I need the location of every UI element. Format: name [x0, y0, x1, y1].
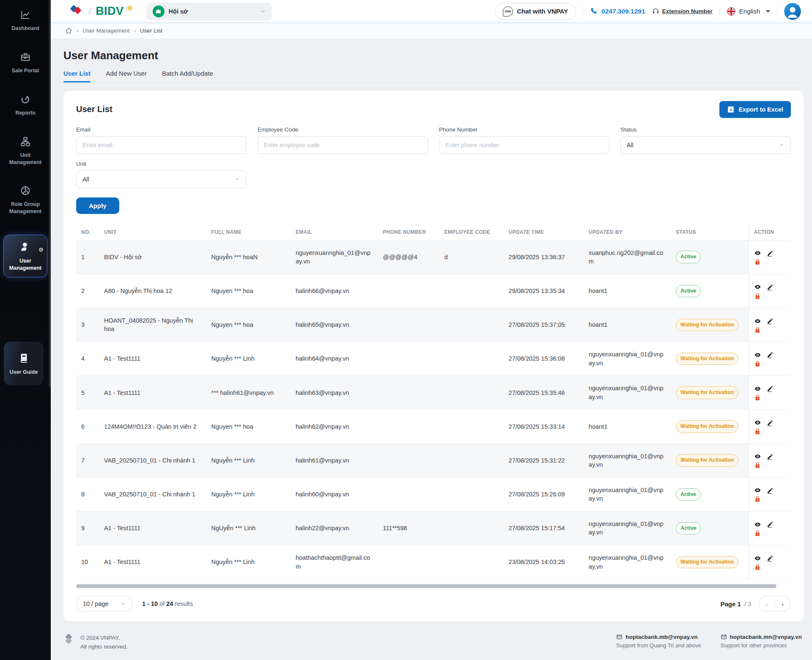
brand-logos: / BIDV ❋ [69, 4, 133, 19]
sidebar-item-sale-portal[interactable]: Sale Portal [3, 52, 47, 74]
page-nav: ‹ › [759, 596, 791, 612]
pagination-bar: 10 / page 1 - 10 of 24 results Page 1 / … [76, 596, 791, 612]
support-email[interactable]: hoptacbank.mb@vnpay.vn [625, 634, 697, 640]
organization-selector[interactable]: Hội sở [147, 3, 272, 20]
edit-button[interactable] [767, 419, 774, 426]
cell-phone-number [378, 342, 439, 376]
table-horizontal-scrollbar[interactable] [76, 584, 776, 588]
cell-updated-by: hoant1 [584, 274, 671, 308]
svg-text:X: X [730, 107, 732, 112]
view-button[interactable] [754, 249, 761, 257]
lock-button[interactable] [754, 258, 761, 265]
view-button[interactable] [754, 351, 761, 359]
results-range: 1 - 10 [142, 600, 158, 607]
cell-status: Active [671, 477, 749, 511]
cell-no: 3 [76, 308, 99, 342]
eye-icon [754, 385, 761, 392]
lock-button[interactable] [754, 326, 761, 333]
sidebar-item-user-management[interactable]: ⚙ User Management [3, 235, 47, 277]
hotline-phone[interactable]: 0247.309.1291 [590, 7, 645, 15]
sidebar-item-unit-management[interactable]: Unit Management [3, 136, 47, 166]
lock-icon [754, 462, 761, 468]
cell-employee-code [439, 342, 503, 376]
cell-update-time: 27/08/2025 15:35:46 [504, 376, 584, 410]
edit-button[interactable] [767, 487, 774, 494]
sidebar-item-dashboard[interactable]: Dashboard [3, 9, 47, 32]
edit-button[interactable] [767, 453, 774, 460]
view-button[interactable] [754, 385, 761, 392]
apply-button[interactable]: Apply [76, 197, 119, 214]
tab-add-new-user[interactable]: Add New User [106, 70, 147, 82]
view-button[interactable] [754, 521, 761, 528]
edit-button[interactable] [767, 318, 774, 324]
lock-button[interactable] [754, 428, 761, 435]
edit-button[interactable] [767, 521, 774, 528]
previous-page-button[interactable]: ‹ [759, 600, 775, 608]
edit-button[interactable] [767, 284, 774, 290]
cell-action [749, 444, 791, 477]
tab-batch-add-update[interactable]: Batch Add/Update [162, 70, 213, 82]
page-size-value: 10 / page [83, 600, 108, 607]
cell-update-time: 27/08/2025 15:31:22 [504, 444, 584, 477]
view-button[interactable] [754, 555, 761, 562]
breadcrumb-user-list[interactable]: User List [140, 27, 162, 34]
edit-button[interactable] [767, 385, 774, 392]
employee-code-input[interactable] [258, 136, 428, 154]
sidebar-item-reports[interactable]: Reports [3, 94, 47, 117]
lock-button[interactable] [754, 496, 761, 502]
edit-button[interactable] [767, 555, 774, 561]
view-button[interactable] [754, 453, 761, 460]
status-badge: Waiting for Activation [676, 386, 738, 399]
cell-full-name: *** halinh61@vnpay.vn [206, 376, 291, 410]
cell-update-time: 29/08/2025 13:36:37 [504, 240, 584, 274]
lock-button[interactable] [754, 462, 761, 468]
edit-button[interactable] [767, 250, 774, 257]
cell-status: Waiting for Activation [671, 410, 749, 444]
uk-flag-icon [727, 7, 736, 16]
language-selector[interactable]: English [727, 7, 770, 16]
sidebar-item-user-guide[interactable]: User Guide [4, 342, 44, 386]
home-icon[interactable] [65, 27, 72, 34]
phone-input[interactable] [439, 136, 609, 154]
support-email[interactable]: hoptacbank.mn@vnpay.vn [730, 634, 802, 640]
unit-select[interactable]: All [76, 170, 247, 188]
sidebar-scrollbar[interactable] [49, 0, 51, 387]
export-to-excel-button[interactable]: X Export to Excel [719, 101, 791, 118]
cell-status: Waiting for Activation [671, 444, 749, 477]
chat-with-vnpay-button[interactable]: Zalo Chat with VNPAY [495, 3, 576, 20]
tab-user-list[interactable]: User List [63, 70, 91, 82]
lock-button[interactable] [754, 530, 761, 537]
page-size-select[interactable]: 10 / page [76, 596, 133, 612]
col-unit: UNIT [99, 224, 206, 241]
eye-icon [754, 487, 761, 494]
view-button[interactable] [754, 419, 761, 426]
status-select[interactable]: All [620, 136, 791, 154]
status-badge: Waiting for Activation [676, 556, 738, 568]
view-button[interactable] [754, 318, 761, 325]
user-avatar[interactable] [784, 3, 801, 20]
cell-action [749, 342, 791, 376]
lock-button[interactable] [754, 360, 761, 367]
vnpay-logo-icon [69, 4, 85, 19]
cell-phone-number [378, 376, 439, 410]
lock-button[interactable] [754, 293, 761, 299]
cell-phone-number [378, 308, 439, 342]
next-page-button[interactable]: › [775, 600, 791, 608]
email-input[interactable] [76, 136, 247, 154]
lock-button[interactable] [754, 394, 761, 401]
lock-button[interactable] [754, 564, 761, 570]
breadcrumb-user-management[interactable]: User Management [82, 27, 129, 34]
unit-label: Unit [76, 161, 247, 167]
user-guide-label: User Guide [10, 369, 38, 375]
sidebar-item-role-group-management[interactable]: Role Group Management [3, 185, 47, 215]
cell-email: halinh64@vnpay.vn [291, 342, 378, 376]
tab-bar: User List Add New User Batch Add/Update [63, 70, 804, 82]
table-row: 9 A1 - Test1111 NgUyễn *** Linh halinh22… [76, 511, 791, 545]
cell-status: Waiting for Activation [671, 545, 749, 579]
view-button[interactable] [754, 487, 761, 494]
edit-button[interactable] [767, 351, 774, 358]
status-badge: Waiting for Activation [676, 420, 738, 433]
view-button[interactable] [754, 283, 761, 290]
extension-number-link[interactable]: Extension Number [652, 8, 713, 15]
bidv-logo: BIDV [96, 5, 124, 18]
